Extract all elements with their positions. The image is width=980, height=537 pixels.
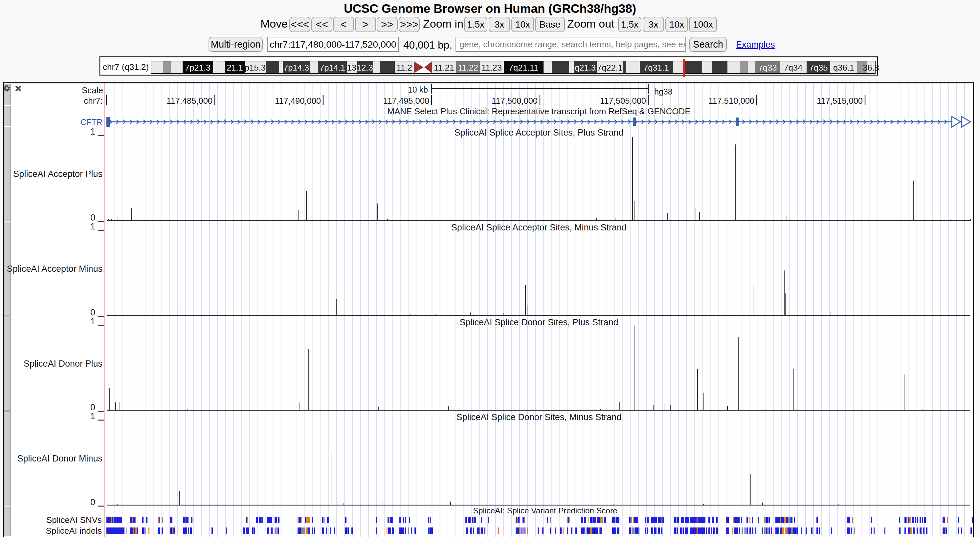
svg-text:SpliceAI Splice Acceptor Sites: SpliceAI Splice Acceptor Sites, Minus St… (451, 222, 627, 232)
svg-text:p15.3: p15.3 (245, 63, 266, 72)
svg-text:13: 13 (347, 63, 356, 72)
svg-text:117,500,000: 117,500,000 (492, 96, 538, 105)
svg-text:7q21.11: 7q21.11 (509, 63, 538, 72)
svg-text:SpliceAI Splice Donor Sites, M: SpliceAI Splice Donor Sites, Minus Stran… (457, 412, 622, 422)
svg-text:7p14.1: 7p14.1 (320, 63, 345, 72)
svg-text:11.21: 11.21 (434, 63, 454, 72)
svg-text:q21.3: q21.3 (575, 63, 596, 72)
svg-text:117,485,000: 117,485,000 (167, 96, 213, 105)
svg-text:0: 0 (90, 497, 95, 507)
svg-text:7q33: 7q33 (758, 63, 777, 72)
svg-text:0: 0 (90, 402, 95, 412)
svg-text:1: 1 (90, 411, 95, 421)
svg-text:10 kb: 10 kb (408, 85, 428, 94)
svg-text:36.3: 36.3 (863, 63, 879, 72)
svg-text:SpliceAI indels: SpliceAI indels (46, 526, 102, 536)
svg-text:0: 0 (90, 213, 95, 222)
svg-text:q36.1: q36.1 (833, 63, 854, 72)
svg-text:7q35: 7q35 (809, 63, 828, 72)
svg-text:117,510,000: 117,510,000 (708, 96, 754, 105)
svg-text:SpliceAI SNVs: SpliceAI SNVs (46, 515, 102, 525)
svg-text:7q34: 7q34 (784, 63, 803, 72)
svg-text:7p14.3: 7p14.3 (283, 63, 309, 72)
svg-text:chr7 (q31.2): chr7 (q31.2) (103, 62, 149, 72)
svg-text:117,495,000: 117,495,000 (383, 96, 429, 105)
svg-text:SpliceAI Donor Plus: SpliceAI Donor Plus (24, 359, 102, 369)
svg-text:MANE Select Plus Clinical: Rep: MANE Select Plus Clinical: Representativ… (387, 106, 690, 116)
svg-text:7p21.3: 7p21.3 (185, 63, 210, 72)
svg-text:CFTR: CFTR (81, 118, 102, 127)
svg-text:7q31.1: 7q31.1 (643, 63, 669, 72)
svg-text:11.2: 11.2 (396, 63, 412, 72)
svg-text:117,490,000: 117,490,000 (275, 96, 321, 105)
svg-text:117,515,000: 117,515,000 (817, 96, 863, 105)
svg-text:117,505,000: 117,505,000 (600, 96, 646, 105)
svg-text:hg38: hg38 (654, 87, 673, 96)
svg-text:1: 1 (90, 127, 95, 137)
svg-text:0: 0 (90, 308, 95, 318)
svg-text:SpliceAI Splice Acceptor Sites: SpliceAI Splice Acceptor Sites, Plus Str… (455, 128, 624, 138)
svg-text:7q22.1: 7q22.1 (597, 63, 623, 72)
svg-text:1: 1 (90, 316, 95, 326)
svg-text:SpliceAI Splice Donor Sites, P: SpliceAI Splice Donor Sites, Plus Strand (460, 318, 618, 327)
svg-text:SpliceAI Acceptor Minus: SpliceAI Acceptor Minus (7, 264, 102, 274)
svg-text:SpliceAI: Splice Variant Predi: SpliceAI: Splice Variant Prediction Scor… (473, 506, 617, 515)
svg-text:1: 1 (90, 222, 95, 231)
svg-text:12.3: 12.3 (357, 63, 373, 72)
svg-text:11.22: 11.22 (458, 63, 478, 72)
svg-text:SpliceAI Acceptor Plus: SpliceAI Acceptor Plus (13, 169, 102, 179)
svg-text:chr7:: chr7: (84, 96, 103, 106)
svg-text:Scale: Scale (82, 85, 103, 95)
svg-text:21.1: 21.1 (227, 63, 243, 72)
svg-text:SpliceAI Donor Minus: SpliceAI Donor Minus (17, 454, 102, 464)
svg-text:11.23: 11.23 (482, 63, 502, 72)
